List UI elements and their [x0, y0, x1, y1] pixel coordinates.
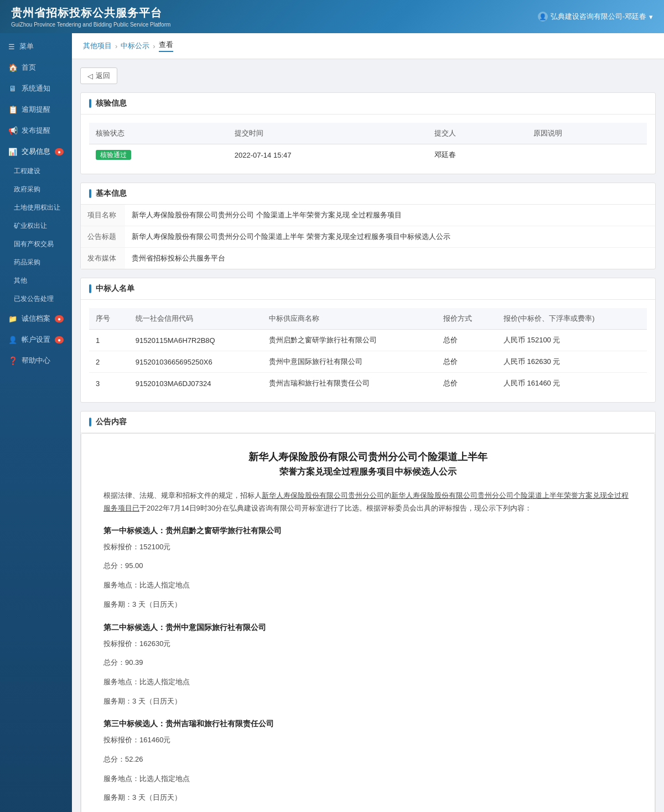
verification-table: 核验状态 提交时间 提交人 原因说明 核验通过 2022 — [89, 123, 647, 165]
engineering-label: 工程建设 — [14, 166, 40, 176]
sidebar-item-account[interactable]: 👤 帐户设置 ● — [0, 329, 72, 350]
sidebar-item-mineral[interactable]: 矿业权出让 — [6, 217, 72, 235]
sidebar-item-land[interactable]: 土地使用权出让 — [6, 199, 72, 217]
sidebar-item-gov-purchase[interactable]: 政府采购 — [6, 180, 72, 199]
cell-name: 贵州吉瑞和旅行社有限责任公司 — [262, 373, 437, 394]
reason-cell — [527, 144, 647, 166]
verification-card: 核验信息 核验状态 提交时间 提交人 原因说明 — [80, 92, 656, 174]
cell-bid-type: 总价 — [437, 351, 497, 373]
winner-period: 服务期：3 天（日历天） — [103, 695, 632, 709]
breadcrumb: 其他项目 › 中标公示 › 查看 — [72, 33, 664, 59]
sidebar-item-system-notice[interactable]: 🖥 系统通知 — [0, 78, 72, 99]
help-icon: ❓ — [8, 356, 17, 365]
credit-icon: 📁 — [8, 315, 17, 323]
col-no: 序号 — [89, 308, 129, 330]
menu-toggle[interactable]: ☰ 菜单 — [0, 36, 72, 57]
gov-purchase-label: 政府采购 — [14, 185, 40, 194]
sidebar-item-processed[interactable]: 已发公告处理 — [6, 290, 72, 308]
col-status: 核验状态 — [89, 123, 228, 144]
sidebar-label-trade: 交易信息 — [22, 147, 50, 157]
sidebar-item-engineering[interactable]: 工程建设 — [6, 162, 72, 180]
label-title: 公告标题 — [81, 226, 125, 247]
processed-label: 已发公告处理 — [14, 294, 54, 304]
trade-badge: ● — [55, 148, 64, 155]
cell-name: 贵州启黔之窗研学旅行社有限公司 — [262, 330, 437, 351]
sidebar-item-other[interactable]: 其他 — [6, 272, 72, 290]
col-submitter: 提交人 — [428, 123, 527, 144]
info-row-project: 项目名称 新华人寿保险股份有限公司贵州分公司 个险渠道上半年荣誉方案兑现 全过程… — [81, 205, 655, 226]
cell-code: 91520103665695250X6 — [129, 351, 262, 373]
winner-table: 序号 统一社会信用代码 中标供应商名称 报价方式 报价(中标价、下浮率或费率) … — [89, 308, 647, 394]
cell-bid-type: 总价 — [437, 373, 497, 394]
sidebar-item-trade[interactable]: 📊 交易信息 ● — [0, 141, 72, 162]
verification-body: 核验状态 提交时间 提交人 原因说明 核验通过 2022 — [81, 114, 655, 174]
basic-info-title: 基本信息 — [96, 189, 127, 199]
winner-period: 服务期：3 天（日历天） — [103, 791, 632, 805]
username: 弘典建设咨询有限公司-邓廷春 — [551, 12, 646, 22]
back-icon: ◁ — [87, 72, 93, 80]
home-icon: 🏠 — [8, 63, 17, 72]
winner-rank: 第二中标候选人：贵州中意国际旅行社有限公司 — [103, 623, 632, 633]
winner-block: 第三中标候选人：贵州吉瑞和旅行社有限责任公司 投标报价：161460元 总分：5… — [103, 719, 632, 805]
dropdown-icon: ▾ — [649, 13, 653, 21]
user-menu[interactable]: 👤 弘典建设咨询有限公司-邓廷春 ▾ — [538, 12, 653, 22]
label-project: 项目名称 — [81, 205, 125, 226]
announcement-body: 新华人寿保险股份有限公司贵州分公司个险渠道上半年 荣誉方案兑现全过程服务项目中标… — [81, 433, 655, 812]
winner-price: 投标报价：162630元 — [103, 637, 632, 651]
account-icon: 👤 — [8, 336, 17, 344]
intro-underline1: 新华人寿保险股份有限公司贵州分公司 — [262, 491, 384, 499]
sidebar-item-credit[interactable]: 📁 诚信档案 ● — [0, 308, 72, 329]
table-row: 2 91520103665695250X6 贵州中意国际旅行社有限公司 总价 人… — [89, 351, 647, 373]
trade-icon: 📊 — [8, 148, 17, 156]
cell-code: 91520103MA6DJ07324 — [129, 373, 262, 394]
winner-rank: 第一中标候选人：贵州启黔之窗研学旅行社有限公司 — [103, 526, 632, 536]
col-bid-type: 报价方式 — [437, 308, 497, 330]
col-supplier: 中标供应商名称 — [262, 308, 437, 330]
breadcrumb-other[interactable]: 其他项目 — [83, 41, 112, 51]
cell-bid-type: 总价 — [437, 330, 497, 351]
winner-body: 序号 统一社会信用代码 中标供应商名称 报价方式 报价(中标价、下浮率或费率) … — [81, 300, 655, 402]
announcement-heading2: 荣誉方案兑现全过程服务项目中标候选人公示 — [103, 466, 632, 478]
sep2: › — [153, 42, 155, 50]
cell-code: 91520115MA6H7R2B8Q — [129, 330, 262, 351]
winner-location: 服务地点：比选人指定地点 — [103, 579, 632, 592]
user-icon: 👤 — [538, 12, 548, 22]
sidebar-label-account: 帐户设置 — [22, 335, 50, 345]
winner-price: 投标报价：161460元 — [103, 733, 632, 747]
sep1: › — [115, 42, 117, 50]
menu-icon: ☰ — [8, 43, 15, 51]
verification-header: 核验信息 — [81, 93, 655, 114]
basic-info-header: 基本信息 — [81, 183, 655, 205]
cell-price: 人民币 162630 元 — [497, 351, 647, 373]
status-cell: 核验通过 — [89, 144, 228, 166]
submitter-cell: 邓廷春 — [428, 144, 527, 166]
sidebar-label-credit: 诚信档案 — [22, 314, 50, 324]
land-label: 土地使用权出让 — [14, 203, 60, 212]
verification-row: 核验通过 2022-07-14 15:47 邓廷春 — [89, 144, 647, 166]
sidebar-label-home: 首页 — [22, 63, 36, 72]
sidebar-label-system: 系统通知 — [22, 84, 50, 93]
table-row: 3 91520103MA6DJ07324 贵州吉瑞和旅行社有限责任公司 总价 人… — [89, 373, 647, 394]
value-media: 贵州省招标投标公共服务平台 — [125, 248, 655, 269]
sidebar-label-deadline: 逾期提醒 — [22, 105, 50, 114]
medicine-label: 药品采购 — [14, 258, 40, 267]
platform-title: 贵州省招标投标公共服务平台 — [11, 6, 170, 20]
cell-no: 2 — [89, 351, 129, 373]
state-asset-label: 国有产权交易 — [14, 240, 54, 249]
sidebar-item-medicine[interactable]: 药品采购 — [6, 253, 72, 272]
back-label: 返回 — [96, 71, 110, 81]
winner-block: 第一中标候选人：贵州启黔之窗研学旅行社有限公司 投标报价：152100元 总分：… — [103, 526, 632, 612]
sidebar-item-home[interactable]: 🏠 首页 — [0, 57, 72, 78]
sidebar-item-help[interactable]: ❓ 帮助中心 — [0, 350, 72, 371]
winner-header: 中标人名单 — [81, 278, 655, 300]
menu-label: 菜单 — [19, 41, 34, 51]
back-button[interactable]: ◁ 返回 — [80, 67, 117, 84]
col-reason: 原因说明 — [527, 123, 647, 144]
winner-location: 服务地点：比选人指定地点 — [103, 675, 632, 689]
sidebar-item-deadline[interactable]: 📋 逾期提醒 — [0, 99, 72, 120]
winner-score: 总分：95.00 — [103, 559, 632, 573]
sidebar-item-publish[interactable]: 📢 发布提醒 — [0, 120, 72, 141]
breadcrumb-winner[interactable]: 中标公示 — [121, 41, 149, 51]
sidebar-item-state-asset[interactable]: 国有产权交易 — [6, 235, 72, 253]
basic-info-body: 项目名称 新华人寿保险股份有限公司贵州分公司 个险渠道上半年荣誉方案兑现 全过程… — [81, 205, 655, 269]
